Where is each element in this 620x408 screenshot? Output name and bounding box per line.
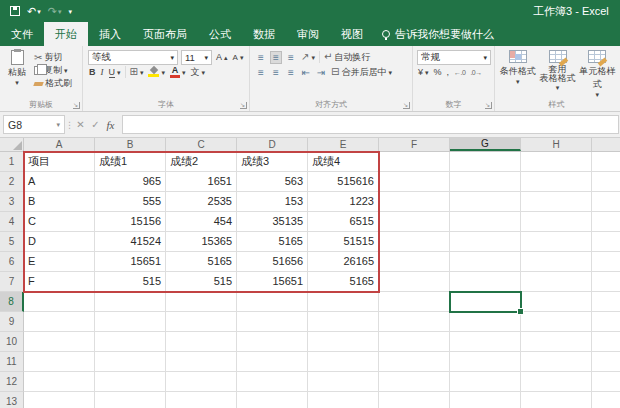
- cell[interactable]: [592, 172, 620, 192]
- cell[interactable]: [379, 372, 450, 392]
- cell[interactable]: D: [24, 232, 95, 252]
- wrap-text-button[interactable]: ↵自动换行: [323, 51, 371, 64]
- cell[interactable]: [237, 292, 308, 312]
- row-header[interactable]: 2: [0, 172, 24, 192]
- cell[interactable]: [450, 332, 521, 352]
- cell[interactable]: [379, 252, 450, 272]
- cell[interactable]: [450, 252, 521, 272]
- cell[interactable]: [521, 332, 592, 352]
- cell[interactable]: [450, 172, 521, 192]
- font-dialog-launcher[interactable]: ↘: [240, 102, 247, 109]
- cell[interactable]: [450, 192, 521, 212]
- row-header[interactable]: 10: [0, 332, 24, 352]
- cell[interactable]: C: [24, 212, 95, 232]
- cell[interactable]: [166, 392, 237, 408]
- cell[interactable]: [24, 292, 95, 312]
- cell[interactable]: [521, 252, 592, 272]
- row-header[interactable]: 8: [0, 292, 24, 312]
- cell[interactable]: [237, 332, 308, 352]
- cell[interactable]: 555: [95, 192, 166, 212]
- undo-button[interactable]: ↶▾: [27, 5, 41, 18]
- cell[interactable]: 26165: [308, 252, 379, 272]
- row-header[interactable]: 7: [0, 272, 24, 292]
- align-center-icon[interactable]: ≡: [270, 67, 282, 78]
- active-cell[interactable]: [450, 292, 521, 312]
- tab-insert[interactable]: 插入: [88, 22, 132, 46]
- cell[interactable]: [379, 172, 450, 192]
- cell[interactable]: [166, 332, 237, 352]
- cell[interactable]: 965: [95, 172, 166, 192]
- tab-review[interactable]: 审阅: [286, 22, 330, 46]
- column-header-a[interactable]: A: [24, 138, 95, 151]
- font-color-button[interactable]: A▾: [169, 66, 187, 79]
- increase-indent-icon[interactable]: ⇥: [315, 67, 327, 78]
- column-header-f[interactable]: F: [379, 138, 450, 151]
- cell[interactable]: [308, 292, 379, 312]
- alignment-dialog-launcher[interactable]: ↘: [403, 102, 410, 109]
- align-right-icon[interactable]: ≡: [285, 67, 297, 78]
- conditional-formatting-button[interactable]: 条件格式 ▾: [499, 49, 537, 99]
- cell[interactable]: 41524: [95, 232, 166, 252]
- cell[interactable]: [592, 272, 620, 292]
- decrease-decimal-button[interactable]: .0→: [469, 66, 482, 79]
- cell[interactable]: [308, 392, 379, 408]
- comma-style-button[interactable]: ,: [446, 66, 451, 79]
- cell[interactable]: [521, 152, 592, 172]
- align-middle-icon[interactable]: ≡: [270, 51, 282, 64]
- align-top-icon[interactable]: ≡: [255, 52, 267, 63]
- cell[interactable]: [592, 332, 620, 352]
- cell[interactable]: [450, 372, 521, 392]
- cell[interactable]: [95, 312, 166, 332]
- cell[interactable]: [379, 212, 450, 232]
- cell[interactable]: [166, 372, 237, 392]
- cell[interactable]: [308, 372, 379, 392]
- cell[interactable]: [24, 392, 95, 408]
- cancel-button[interactable]: ✕: [73, 119, 88, 130]
- paste-button[interactable]: 粘贴 ▾: [4, 49, 30, 99]
- cell[interactable]: [450, 352, 521, 372]
- tab-formulas[interactable]: 公式: [198, 22, 242, 46]
- redo-button[interactable]: ↷▾: [48, 5, 62, 18]
- cell[interactable]: 5165: [237, 232, 308, 252]
- customize-qat-button[interactable]: ▾: [68, 8, 72, 15]
- cell[interactable]: 成绩4: [308, 152, 379, 172]
- cell-styles-button[interactable]: 单元格样式 ▾: [578, 49, 616, 99]
- cell[interactable]: [521, 392, 592, 408]
- cell[interactable]: 153: [237, 192, 308, 212]
- cell[interactable]: [521, 192, 592, 212]
- cell[interactable]: [592, 292, 620, 312]
- formula-bar-splitter[interactable]: ⋮: [65, 120, 73, 130]
- cell[interactable]: 15365: [166, 232, 237, 252]
- cell[interactable]: [237, 392, 308, 408]
- cell[interactable]: [379, 192, 450, 212]
- cell[interactable]: 515616: [308, 172, 379, 192]
- row-header[interactable]: 4: [0, 212, 24, 232]
- tab-file[interactable]: 文件: [0, 22, 44, 46]
- cell[interactable]: [450, 232, 521, 252]
- cell[interactable]: 15156: [95, 212, 166, 232]
- cell[interactable]: [521, 372, 592, 392]
- column-header-h[interactable]: H: [521, 138, 592, 151]
- cell[interactable]: 35135: [237, 212, 308, 232]
- cell[interactable]: [592, 152, 620, 172]
- cell[interactable]: [237, 312, 308, 332]
- cell[interactable]: 5165: [308, 272, 379, 292]
- cell[interactable]: 成绩2: [166, 152, 237, 172]
- cell[interactable]: [521, 212, 592, 232]
- select-all-button[interactable]: [0, 138, 24, 151]
- row-header[interactable]: 12: [0, 372, 24, 392]
- cell[interactable]: A: [24, 172, 95, 192]
- cell[interactable]: [592, 372, 620, 392]
- row-header[interactable]: 9: [0, 312, 24, 332]
- cell[interactable]: [592, 312, 620, 332]
- italic-button[interactable]: I: [100, 66, 105, 79]
- insert-function-button[interactable]: fx: [103, 119, 118, 131]
- cell[interactable]: [24, 372, 95, 392]
- column-header-d[interactable]: D: [237, 138, 308, 151]
- save-button[interactable]: [10, 6, 20, 16]
- formula-input[interactable]: [122, 115, 619, 134]
- tab-view[interactable]: 视图: [330, 22, 374, 46]
- cell[interactable]: [95, 292, 166, 312]
- cell[interactable]: [308, 312, 379, 332]
- cell[interactable]: [521, 272, 592, 292]
